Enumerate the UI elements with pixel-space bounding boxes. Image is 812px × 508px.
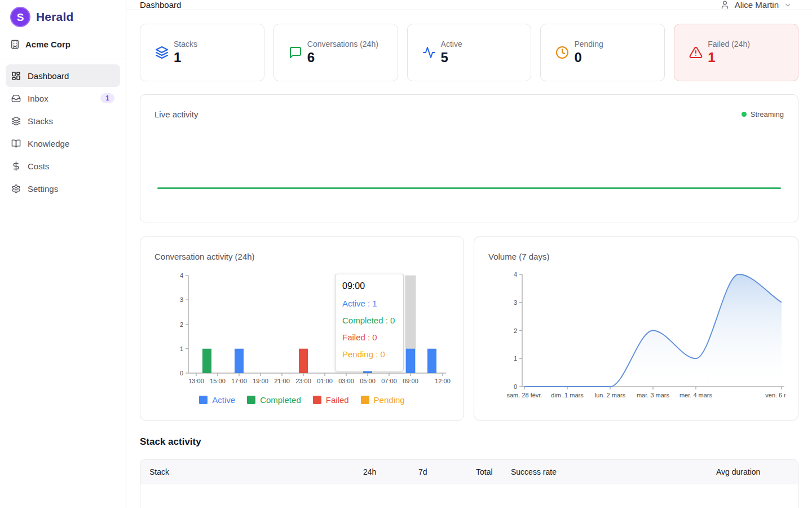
svg-text:0: 0 xyxy=(180,370,183,376)
svg-text:2: 2 xyxy=(514,327,517,334)
volume-area-chart[interactable]: 01234sam. 28 févr.dim. 1 marslun. 2 mars… xyxy=(488,268,785,404)
conversation-chart-title: Conversation activity (24h) xyxy=(155,252,255,261)
sidebar-nav: DashboardInbox1StacksKnowledgeCostsSetti… xyxy=(0,59,126,205)
legend-item-completed[interactable]: Completed xyxy=(247,395,301,405)
svg-text:lun. 2 mars: lun. 2 mars xyxy=(595,392,626,398)
user-menu[interactable]: Alice Martin xyxy=(720,0,792,10)
layers-icon xyxy=(155,46,169,59)
stat-label: Stacks xyxy=(174,40,197,49)
sidebar-item-stacks[interactable]: Stacks xyxy=(6,110,120,132)
herald-logo-letter: S xyxy=(17,12,24,23)
svg-text:2: 2 xyxy=(180,321,183,328)
tooltip-row-active: Active : 1 xyxy=(342,299,396,308)
sidebar-item-label: Inbox xyxy=(28,94,48,103)
tooltip-row-pending: Pending : 0 xyxy=(342,349,396,359)
stack-table-row[interactable] xyxy=(140,484,798,508)
svg-text:07:00: 07:00 xyxy=(381,378,397,384)
stat-value: 0 xyxy=(574,50,603,65)
tooltip-title: 09:00 xyxy=(342,281,396,291)
topbar: Dashboard Alice Martin xyxy=(126,0,812,10)
stat-card-active[interactable]: Active5 xyxy=(407,24,532,81)
brand-name: Herald xyxy=(36,10,74,24)
stat-card-stacks[interactable]: Stacks1 xyxy=(140,24,264,81)
sidebar-item-knowledge[interactable]: Knowledge xyxy=(6,132,120,155)
clock-icon xyxy=(555,46,569,59)
stack-table-col-7d: 7d xyxy=(418,467,476,476)
stack-table-col-success-rate: Success rate xyxy=(511,467,716,476)
stat-value: 1 xyxy=(174,50,197,65)
svg-text:21:00: 21:00 xyxy=(274,378,290,384)
main-area: Dashboard Alice Martin Stacks1Conversati… xyxy=(126,0,812,508)
volume-panel: Volume (7 days) 01234sam. 28 févr.dim. 1… xyxy=(474,237,798,421)
stack-activity-heading: Stack activity xyxy=(140,436,798,448)
svg-text:17:00: 17:00 xyxy=(231,378,247,384)
svg-text:1: 1 xyxy=(514,355,517,362)
brand[interactable]: S Herald xyxy=(0,0,126,28)
message-icon xyxy=(289,46,302,59)
inbox-icon xyxy=(11,94,21,103)
chart-tooltip: 09:00Active : 1Completed : 0Failed : 0Pe… xyxy=(335,274,404,371)
volume-chart-title: Volume (7 days) xyxy=(488,252,549,261)
stat-label: Conversations (24h) xyxy=(307,40,378,49)
herald-logo-icon: S xyxy=(10,7,30,27)
stack-table: Stack24h7dTotalSuccess rateAvg duration xyxy=(140,459,798,508)
svg-text:1: 1 xyxy=(180,345,183,352)
legend-label: Completed xyxy=(260,395,301,405)
live-activity-panel: Live activity Streaming xyxy=(140,94,798,222)
legend-swatch-icon xyxy=(199,396,208,404)
svg-text:sam. 28 févr.: sam. 28 févr. xyxy=(507,392,542,398)
sidebar: S Herald Acme Corp DashboardInbox1Stacks… xyxy=(0,0,126,508)
stat-label: Active xyxy=(441,40,462,49)
conversation-activity-panel: Conversation activity (24h) 0123413:0015… xyxy=(140,237,464,421)
sidebar-item-costs[interactable]: Costs xyxy=(6,155,120,177)
stack-table-col-stack: Stack xyxy=(149,467,363,476)
live-activity-header: Live activity Streaming xyxy=(140,95,798,119)
svg-text:mer. 4 mars: mer. 4 mars xyxy=(679,392,713,398)
stat-value: 5 xyxy=(441,50,462,65)
user-icon xyxy=(720,0,730,10)
sidebar-item-label: Knowledge xyxy=(28,139,69,148)
gear-icon xyxy=(11,184,21,194)
dashboard-content: Stacks1Conversations (24h)6Active5Pendin… xyxy=(126,10,812,508)
sidebar-item-settings[interactable]: Settings xyxy=(6,177,120,200)
tooltip-row-failed: Failed : 0 xyxy=(342,332,396,342)
building-icon xyxy=(10,40,20,49)
layers-icon xyxy=(11,116,21,126)
svg-text:13:00: 13:00 xyxy=(188,378,204,384)
stack-table-col-total: Total xyxy=(476,467,511,476)
org-switcher[interactable]: Acme Corp xyxy=(0,33,126,55)
stat-value: 1 xyxy=(708,50,750,65)
legend-item-failed[interactable]: Failed xyxy=(313,395,349,405)
user-name: Alice Martin xyxy=(735,0,779,10)
svg-text:05:00: 05:00 xyxy=(360,378,376,384)
legend-item-pending[interactable]: Pending xyxy=(361,395,405,405)
legend-label: Failed xyxy=(326,395,349,405)
org-name: Acme Corp xyxy=(25,40,70,49)
svg-text:01:00: 01:00 xyxy=(317,378,333,384)
svg-text:3: 3 xyxy=(514,299,517,306)
stack-table-col-24h: 24h xyxy=(363,467,418,476)
page-title: Dashboard xyxy=(140,0,181,10)
live-activity-line xyxy=(157,187,781,189)
svg-text:12:00: 12:00 xyxy=(435,378,451,384)
pulse-icon xyxy=(422,46,436,59)
sidebar-item-dashboard[interactable]: Dashboard xyxy=(6,64,120,87)
svg-text:15:00: 15:00 xyxy=(210,378,226,384)
stack-table-header: Stack24h7dTotalSuccess rateAvg duration xyxy=(140,459,798,484)
charts-row: Conversation activity (24h) 0123413:0015… xyxy=(140,237,798,421)
legend-swatch-icon xyxy=(247,396,255,404)
stat-card-failed-24h[interactable]: Failed (24h)1 xyxy=(674,24,798,81)
stat-card-conversations-24h[interactable]: Conversations (24h)6 xyxy=(273,24,398,81)
svg-text:ven. 6 mars: ven. 6 mars xyxy=(765,392,785,398)
svg-text:mar. 3 mars: mar. 3 mars xyxy=(637,392,670,398)
conversation-bar-chart[interactable]: 0123413:0015:0017:0019:0021:0023:0001:00… xyxy=(154,268,451,393)
stat-card-pending[interactable]: Pending0 xyxy=(540,24,665,81)
stats-row: Stacks1Conversations (24h)6Active5Pendin… xyxy=(140,24,798,81)
tooltip-row-completed: Completed : 0 xyxy=(342,316,396,325)
sidebar-item-inbox[interactable]: Inbox1 xyxy=(6,87,120,110)
legend-label: Active xyxy=(212,395,235,405)
legend-item-active[interactable]: Active xyxy=(199,395,235,405)
stat-label: Pending xyxy=(574,40,603,49)
alert-icon xyxy=(689,46,703,59)
svg-text:dim. 1 mars: dim. 1 mars xyxy=(551,392,584,398)
